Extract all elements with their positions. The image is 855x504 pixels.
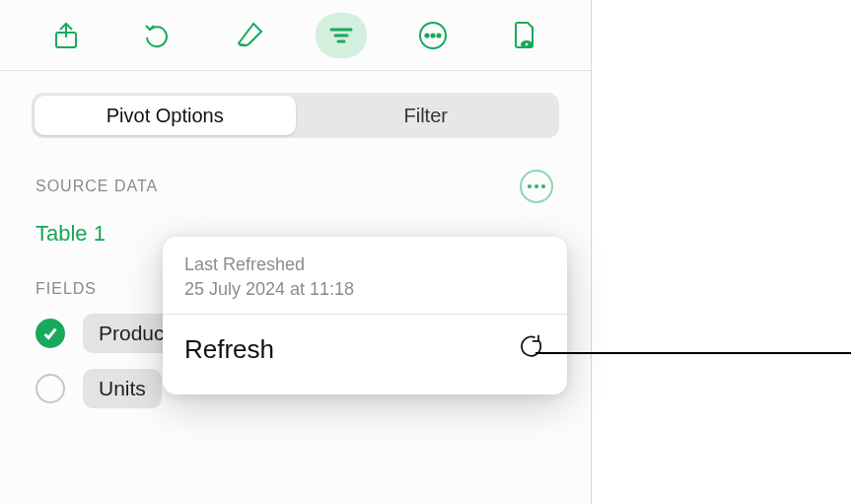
- document-options-button[interactable]: [499, 13, 550, 58]
- filter-lines-icon: [325, 20, 357, 51]
- source-data-header-row: SOURCE DATA: [36, 170, 555, 203]
- callout-leader-line: [535, 352, 851, 354]
- field-label: Units: [99, 377, 146, 399]
- undo-button[interactable]: [132, 13, 183, 58]
- paintbrush-icon: [234, 20, 265, 51]
- document-eye-icon: [509, 20, 540, 51]
- toolbar: [0, 0, 591, 71]
- refresh-icon: [518, 333, 545, 365]
- svg-point-7: [438, 34, 441, 36]
- last-refreshed-value: 25 July 2024 at 11:18: [184, 279, 545, 300]
- more-button[interactable]: [407, 13, 459, 58]
- tab-segmented-control: Pivot Options Filter: [32, 93, 559, 138]
- ellipsis-circle-icon: [417, 20, 449, 51]
- field-pill-units[interactable]: Units: [83, 369, 162, 408]
- field-checkbox-units[interactable]: [36, 374, 65, 403]
- organise-button[interactable]: [316, 13, 367, 58]
- format-brush-button[interactable]: [224, 13, 275, 58]
- tab-pivot-options[interactable]: Pivot Options: [35, 96, 296, 135]
- source-data-heading: SOURCE DATA: [36, 178, 158, 195]
- tab-filter[interactable]: Filter: [296, 96, 557, 135]
- svg-point-5: [426, 34, 429, 36]
- share-icon: [50, 20, 82, 51]
- refresh-label: Refresh: [184, 334, 274, 365]
- svg-point-8: [526, 42, 529, 45]
- svg-point-6: [432, 34, 435, 36]
- undo-icon: [142, 20, 174, 51]
- tab-label: Pivot Options: [107, 105, 224, 127]
- ellipsis-icon: [528, 184, 545, 188]
- tab-label: Filter: [404, 105, 448, 127]
- checkmark-icon: [41, 324, 59, 342]
- refresh-popover: Last Refreshed 25 July 2024 at 11:18 Ref…: [163, 237, 567, 395]
- field-label: Product: [99, 322, 170, 344]
- last-refreshed-label: Last Refreshed: [184, 254, 545, 275]
- source-data-more-button[interactable]: [520, 170, 553, 203]
- popover-info: Last Refreshed 25 July 2024 at 11:18: [163, 237, 567, 315]
- share-button[interactable]: [40, 13, 92, 58]
- field-checkbox-product[interactable]: [36, 319, 65, 348]
- refresh-row[interactable]: Refresh: [163, 315, 567, 384]
